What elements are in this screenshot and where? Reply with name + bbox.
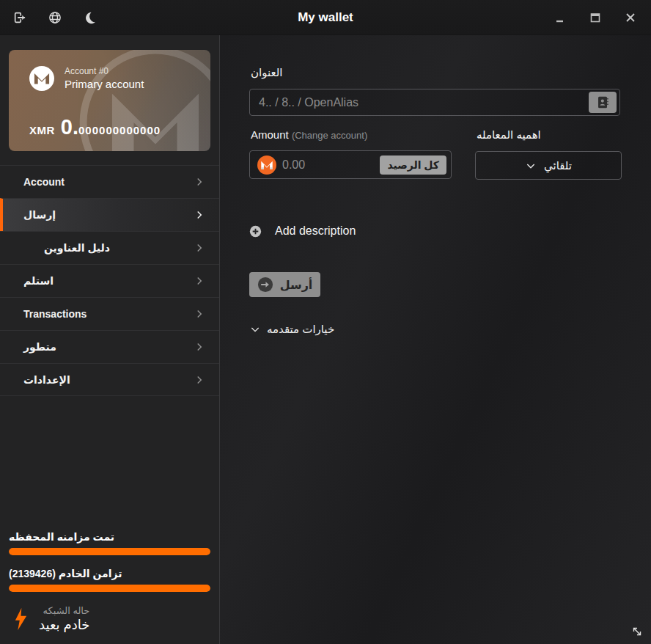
priority-field-group: اهميه المعامله تلقائي — [475, 128, 622, 180]
chevron-right-icon — [193, 373, 206, 387]
amount-box: كل الرصيد — [249, 150, 452, 179]
lightning-bolt-icon — [15, 607, 27, 631]
sidebar-item-label: دليل العناوين — [44, 242, 110, 254]
chevron-right-icon — [193, 208, 206, 222]
balance: XMR 0. 000000000000 — [29, 115, 196, 139]
wallet-sync-progressbar — [9, 548, 210, 555]
amount-field-group: Amount (Change account) كل الرصيد — [249, 128, 452, 180]
moon-icon[interactable] — [82, 10, 98, 26]
logout-icon[interactable] — [12, 10, 28, 26]
balance-fraction: 000000000000 — [78, 124, 161, 136]
priority-label: اهميه المعامله — [477, 128, 622, 142]
maximize-icon[interactable] — [586, 9, 604, 26]
send-button-label: أرسل — [280, 278, 313, 292]
amount-label: Amount — [251, 128, 289, 141]
sidebar-item-label: Account — [23, 176, 65, 188]
network-status-label: حاله الشبكه — [39, 604, 89, 617]
balance-currency: XMR — [29, 124, 55, 136]
sidebar: Account #0 Primary account XMR 0. 000000… — [0, 35, 220, 644]
resize-handle-icon[interactable] — [630, 625, 644, 638]
advanced-options-toggle[interactable]: خيارات متقدمه — [249, 323, 334, 336]
daemon-sync-fill — [9, 585, 210, 592]
sidebar-item-advanced[interactable]: متطور — [0, 330, 219, 363]
chevron-right-icon — [193, 241, 206, 255]
titlebar-left-actions — [0, 10, 98, 26]
priority-dropdown[interactable]: تلقائي — [475, 151, 622, 180]
window-controls — [551, 9, 651, 26]
change-account-link[interactable]: (Change account) — [292, 130, 367, 141]
chevron-down-icon — [525, 160, 537, 172]
arrow-right-circle-icon — [257, 277, 273, 293]
close-icon[interactable] — [622, 9, 639, 26]
send-page: العنوان Amount (Change account) — [220, 35, 651, 644]
sidebar-item-transactions[interactable]: Transactions — [0, 297, 219, 330]
network-status[interactable]: حاله الشبكه خادم بعيد — [9, 604, 210, 634]
sidebar-item-label: متطور — [23, 341, 56, 353]
plus-circle-icon — [249, 225, 262, 238]
monero-coin-icon — [257, 155, 276, 175]
chevron-down-icon — [249, 323, 261, 335]
address-label: العنوان — [251, 66, 282, 79]
sidebar-item-receive[interactable]: استلم — [0, 264, 219, 297]
sync-status: تمت مزامنه المحفظه تزامن الخادم (2139426… — [0, 531, 219, 644]
address-book-icon[interactable] — [589, 92, 617, 113]
sidebar-item-address-book[interactable]: دليل العناوين — [0, 231, 219, 264]
monero-logo-icon — [29, 66, 54, 91]
titlebar: My wallet — [0, 0, 651, 35]
account-card[interactable]: Account #0 Primary account XMR 0. 000000… — [9, 50, 210, 151]
wallet-sync-fill — [9, 548, 210, 555]
sidebar-item-label: إرسال — [23, 209, 56, 221]
sidebar-item-label: Transactions — [23, 308, 87, 320]
sidebar-item-settings[interactable]: الإعدادات — [0, 363, 219, 396]
daemon-sync-progressbar — [9, 585, 210, 592]
advanced-options-label: خيارات متقدمه — [267, 323, 334, 336]
amount-input[interactable] — [276, 158, 380, 172]
globe-icon[interactable] — [47, 10, 63, 26]
account-identity: Account #0 Primary account — [65, 66, 144, 91]
priority-selected-value: تلقائي — [544, 159, 572, 172]
all-balance-button[interactable]: كل الرصيد — [380, 155, 446, 175]
sidebar-item-send[interactable]: إرسال — [0, 198, 219, 231]
chevron-right-icon — [193, 340, 206, 354]
account-number: Account #0 — [65, 66, 144, 77]
send-button[interactable]: أرسل — [249, 272, 320, 297]
network-status-value: خادم بعيد — [39, 617, 89, 634]
chevron-right-icon — [193, 274, 206, 288]
add-description-label: Add description — [275, 224, 356, 238]
add-description-button[interactable]: Add description — [249, 224, 356, 238]
account-name: Primary account — [65, 77, 144, 91]
sidebar-item-label: الإعدادات — [23, 374, 70, 386]
address-input[interactable] — [249, 89, 620, 116]
minimize-icon[interactable] — [551, 9, 569, 26]
wallet-sync-label: تمت مزامنه المحفظه — [9, 531, 210, 543]
sidebar-menu: Account إرسال دليل العناوين استلم Transa… — [0, 165, 219, 396]
sidebar-item-label: استلم — [23, 275, 54, 287]
chevron-right-icon — [193, 175, 206, 189]
daemon-sync-label: تزامن الخادم (2139426) — [9, 568, 210, 579]
sidebar-item-account[interactable]: Account — [0, 165, 219, 198]
wallet-window: My wallet — [0, 0, 651, 644]
balance-whole: 0. — [61, 115, 78, 139]
chevron-right-icon — [193, 307, 206, 321]
